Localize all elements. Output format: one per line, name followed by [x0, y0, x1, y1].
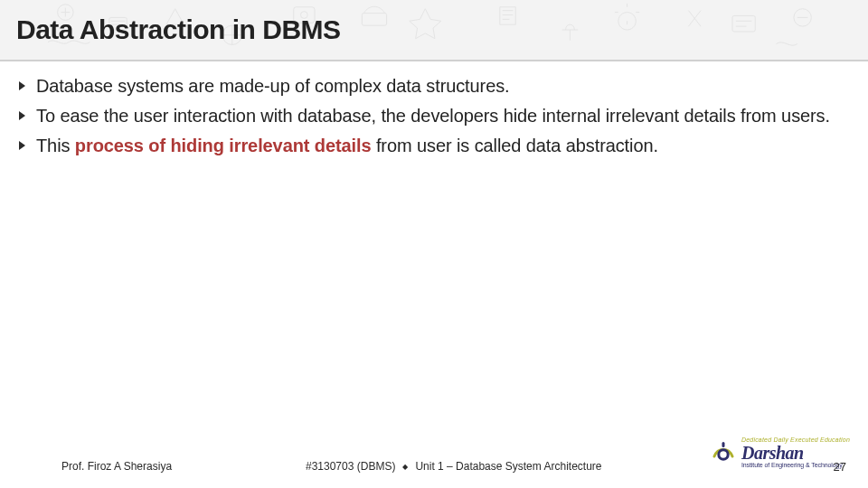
- bullet-text-pre: To ease the user interaction with databa…: [36, 106, 830, 126]
- slide-body: Database systems are made-up of complex …: [0, 61, 868, 452]
- bullet-text: To ease the user interaction with databa…: [36, 104, 850, 128]
- bullet-text: This process of hiding irrelevant detail…: [36, 134, 850, 158]
- bullet-marker-icon: [18, 80, 29, 91]
- slide-header: Data Abstraction in DBMS: [0, 0, 868, 61]
- bullet-text-highlight: process of hiding irrelevant details: [75, 136, 372, 155]
- slide-title: Data Abstraction in DBMS: [16, 14, 341, 45]
- bullet-marker-icon: [18, 110, 29, 121]
- footer-center: #3130703 (DBMS) ◆ Unit 1 – Database Syst…: [306, 460, 602, 473]
- slide: Data Abstraction in DBMS Database system…: [0, 0, 868, 488]
- bullet-text-pre: This: [36, 136, 75, 155]
- footer-page-number: 27: [819, 460, 846, 474]
- svg-rect-5: [362, 14, 386, 26]
- svg-point-7: [794, 9, 811, 26]
- footer-unit: Unit 1 – Database System Architecture: [415, 460, 601, 473]
- bullet-item: This process of hiding irrelevant detail…: [14, 134, 850, 158]
- bullet-item: Database systems are made-up of complex …: [14, 74, 850, 99]
- footer-author: Prof. Firoz A Sherasiya: [61, 460, 306, 473]
- bullet-text-pre: Database systems are made-up of complex …: [36, 76, 510, 96]
- footer-course: #3130703 (DBMS): [306, 460, 395, 473]
- slide-footer: Prof. Firoz A Sherasiya #3130703 (DBMS) …: [0, 452, 868, 488]
- svg-rect-9: [722, 442, 724, 447]
- bullet-text: Database systems are made-up of complex …: [36, 74, 850, 99]
- bullet-marker-icon: [18, 140, 29, 151]
- logo-tagline: Dedicated Daily Executed Education: [741, 436, 850, 443]
- bullet-item: To ease the user interaction with databa…: [14, 104, 850, 128]
- bullet-text-post: from user is called data abstraction.: [371, 136, 657, 155]
- diamond-separator-icon: ◆: [402, 463, 408, 471]
- svg-rect-6: [732, 15, 755, 31]
